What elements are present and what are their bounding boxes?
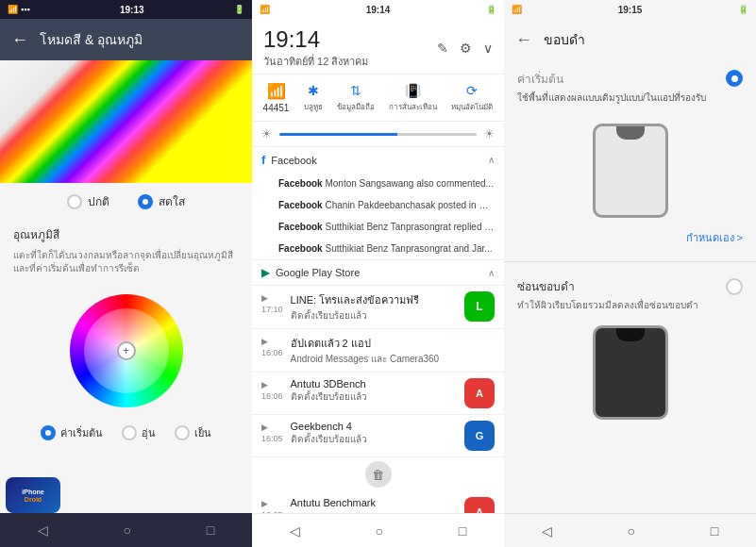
vivid-radio[interactable] — [138, 194, 153, 209]
update-notif-content: อัปเดตแล้ว 2 แอป Android Messages และ Ca… — [291, 335, 495, 366]
panel2-bt-tile[interactable]: ✱ บลูทูธ — [304, 83, 323, 113]
cool-radio[interactable] — [175, 425, 190, 440]
panel2-wifi-tile[interactable]: 📶 44451 — [263, 82, 290, 113]
panel2-vibration-tile[interactable]: 📳 การสั่นสะเทือน — [389, 83, 437, 113]
geekbench-app-icon: G — [464, 421, 495, 451]
geekbench-notif-subtitle: ติดตั้งเรียบร้อยแล้ว — [291, 432, 457, 446]
panel2-data-tile[interactable]: ⇅ ข้อมูลมือถือ — [337, 83, 375, 113]
panel2-brightness-slider[interactable]: ☀ ☀ — [252, 122, 504, 147]
panel3-topbar: ← ขอบดำ — [504, 19, 756, 60]
panel3-custom-link[interactable]: กำหนดเอง > — [686, 229, 743, 246]
battery-icon: 🔋 — [234, 5, 244, 14]
panel1-menu-nav[interactable]: □ — [207, 522, 214, 538]
geekbench-notif-title: Geekbench 4 — [291, 421, 457, 432]
line-notif-left: ▶ 17:10 — [261, 291, 283, 314]
line-notification: ▶ 17:10 LINE: โทรและส่งข้อความฟรี ติดตั้… — [252, 286, 504, 329]
trash-icon[interactable]: 🗑 — [365, 461, 392, 488]
panel1-cool-option[interactable]: เย็น — [175, 424, 211, 441]
panel-notifications: 📶 19:14 🔋 19:14 วันอาทิตย์ที่ 12 สิงหาคม… — [252, 0, 504, 547]
vibration-tile-label: การสั่นสะเทือน — [389, 101, 437, 113]
panel3-hide-desc: ทำให้ผิวเรียบโดยรวมมีลดลงเพื่อซ่อนขอบดำ — [517, 299, 743, 312]
panel3-back-nav[interactable]: ◁ — [542, 523, 552, 539]
update-notif-title: อัปเดตแล้ว 2 แอป — [291, 335, 495, 352]
rotate-tile-label: หมุนอัตโนมัติ — [451, 101, 493, 113]
panel3-default-section: ค่าเริ่มต้น ใช้พื้นที่แสดงผลแบบเดิมรูปแบ… — [504, 60, 756, 114]
panel2-time-area: 19:14 วันอาทิตย์ที่ 12 สิงหาคม ✎ ⚙ ∨ — [263, 26, 493, 70]
panel1-warm-option[interactable]: อุ่น — [122, 424, 156, 441]
google-play-icon: ▶ — [261, 266, 270, 279]
panel3-status-left: 📶 — [512, 5, 522, 14]
line-notif-time: 17:10 — [261, 305, 283, 314]
settings-icon[interactable]: ⚙ — [460, 41, 472, 56]
panel1-navbar: ◁ ○ □ — [0, 513, 252, 547]
expand-icon[interactable]: ∨ — [483, 41, 493, 56]
google-play-group-header[interactable]: ▶ Google Play Store ∧ — [252, 260, 504, 285]
panel3-back-button[interactable]: ← — [515, 30, 532, 50]
panel1-normal-option[interactable]: ปกติ — [67, 192, 109, 210]
data-tile-label: ข้อมูลมือถือ — [337, 101, 375, 113]
brightness-slider-track[interactable] — [279, 133, 477, 136]
panel2-navbar: ◁ ○ □ — [252, 513, 504, 547]
panel1-home-nav[interactable]: ○ — [124, 522, 131, 538]
panel3-phone-preview2-area — [504, 316, 756, 429]
panel1-mode-options: ปกติ สดใส — [0, 183, 252, 220]
update-notif-left: ▶ 16:06 — [261, 335, 283, 357]
vibration-tile-icon: 📳 — [405, 83, 421, 98]
panel2-status-right: 🔋 — [486, 5, 496, 14]
panel2-battery-icon: 🔋 — [486, 5, 496, 14]
panel1-back-button[interactable]: ← — [11, 30, 28, 50]
update-play-icon: ▶ — [261, 337, 268, 346]
panel1-color-wheel-area[interactable] — [0, 285, 252, 417]
normal-radio[interactable] — [67, 194, 82, 209]
cool-label: เย็น — [194, 424, 211, 441]
panel1-status-left: 📶 ▪▪▪ — [8, 5, 30, 14]
facebook-chevron-icon[interactable]: ∧ — [488, 155, 495, 165]
panel2-quick-tiles: 📶 44451 ✱ บลูทูธ ⇅ ข้อมูลมือถือ 📳 การสั่… — [252, 75, 504, 122]
wifi-tile-icon: 📶 — [267, 82, 286, 100]
facebook-notif-3: Facebook Sutthikiat Benz Tanprasongrat r… — [252, 216, 504, 238]
panel1-status-time: 19:13 — [120, 5, 144, 15]
geekbench-notif-content: Geekbench 4 ติดตั้งเรียบร้อยแล้ว — [291, 421, 457, 446]
antutu3d-notif-title: Antutu 3DBench — [291, 378, 457, 390]
panel2-time-display: 19:14 — [263, 26, 368, 53]
panel2-home-nav[interactable]: ○ — [376, 523, 383, 539]
panel3-title: ขอบดำ — [544, 29, 585, 50]
panel3-home-nav[interactable]: ○ — [628, 523, 635, 539]
edit-icon[interactable]: ✎ — [437, 41, 448, 56]
panel3-phone-preview — [593, 124, 668, 218]
wifi-icon: ▪▪▪ — [21, 5, 30, 14]
update-notif-time: 16:06 — [261, 348, 283, 357]
default-temp-radio[interactable] — [41, 425, 56, 440]
panel2-rotate-tile[interactable]: ⟳ หมุนอัตโนมัติ — [451, 83, 493, 113]
warm-radio[interactable] — [122, 425, 137, 440]
panel3-hide-radio[interactable] — [726, 278, 743, 295]
geekbench-notif-time: 16:05 — [261, 434, 283, 443]
update-notification: ▶ 16:06 อัปเดตแล้ว 2 แอป Android Message… — [252, 329, 504, 373]
panel-color-mode: 📶 ▪▪▪ 19:13 🔋 ← โหมดสี & อุณหภูมิ ปกติ ส… — [0, 0, 252, 547]
panel1-status-right: 🔋 — [234, 5, 244, 14]
panel3-status-bar: 📶 19:15 🔋 — [504, 0, 756, 19]
color-wheel[interactable] — [70, 294, 183, 407]
color-wheel-center-dot[interactable] — [117, 341, 136, 360]
antutu3d-notif-time: 16:06 — [261, 391, 283, 401]
panel1-vivid-option[interactable]: สดใส — [138, 192, 185, 210]
panel2-date-display: วันอาทิตย์ที่ 12 สิงหาคม — [263, 53, 368, 70]
panel1-color-temp-desc: แตะที่ใดก็ได้บนวงกลมหรือลากจุดเพื่อเปลี่… — [0, 247, 252, 285]
antutu3d-app-icon: A — [464, 378, 495, 408]
panel2-menu-nav[interactable]: □ — [459, 523, 466, 539]
panel1-topbar: ← โหมดสี & อุณหภูมิ — [0, 19, 252, 60]
antutu-bench-notif-title: Antutu Benchmark — [291, 497, 457, 508]
antutu3d-notification: ▶ 16:06 Antutu 3DBench ติดตั้งเรียบร้อยแ… — [252, 373, 504, 415]
line-notif-subtitle: ติดตั้งเรียบร้อยแล้ว — [291, 308, 457, 323]
bt-tile-label: บลูทูธ — [304, 101, 323, 113]
panel1-default-option[interactable]: ค่าเริ่มต้น — [41, 424, 103, 441]
panel3-default-radio[interactable] — [726, 70, 743, 87]
panel1-back-nav[interactable]: ◁ — [38, 522, 48, 538]
line-play-icon: ▶ — [261, 293, 268, 303]
panel3-phone-preview2 — [593, 325, 668, 420]
panel3-menu-nav[interactable]: □ — [711, 523, 718, 539]
panel3-navbar: ◁ ○ □ — [504, 513, 756, 547]
facebook-group-header[interactable]: f Facebook ∧ — [252, 147, 504, 173]
google-play-chevron-icon[interactable]: ∧ — [488, 268, 495, 278]
panel2-back-nav[interactable]: ◁ — [290, 523, 300, 539]
